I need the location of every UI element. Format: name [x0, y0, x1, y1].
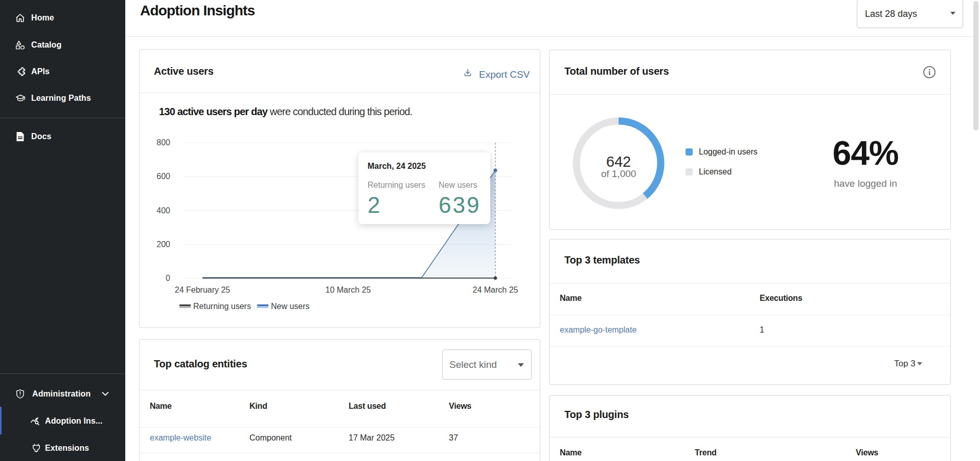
svg-text:200: 200 — [156, 240, 170, 249]
svg-text:800: 800 — [156, 138, 170, 147]
svg-text:24 February 25: 24 February 25 — [175, 286, 231, 294]
svg-text:New users: New users — [271, 302, 310, 311]
svg-text:600: 600 — [156, 172, 170, 181]
svg-text:0: 0 — [166, 274, 170, 282]
svg-text:10 March 25: 10 March 25 — [326, 286, 371, 294]
svg-text:400: 400 — [156, 206, 170, 215]
svg-text:24 March 25: 24 March 25 — [473, 286, 518, 294]
svg-text:Returning users: Returning users — [193, 302, 251, 311]
